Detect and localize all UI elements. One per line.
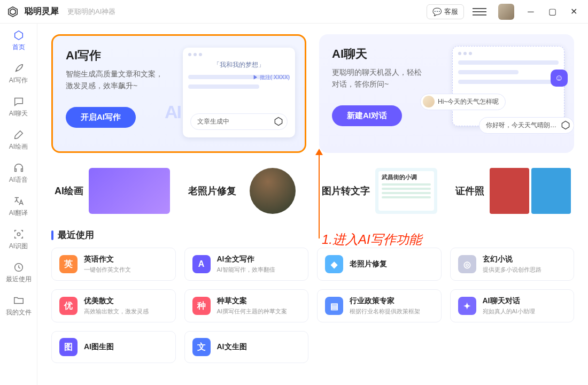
recent-item-sub: 宛如真人的AI小助理 [483, 307, 535, 315]
tile-title: 老照片修复 [188, 184, 236, 197]
feather-icon [12, 62, 25, 75]
sidebar-label: 最近使用 [6, 275, 32, 284]
customer-service-button[interactable]: 💬 客服 [427, 4, 464, 19]
sidebar-label: 首页 [12, 43, 25, 52]
main-content: AI写作 智能生成高质量文章和文案， 激发灵感，效率飙升~ 开启AI写作 AI … [37, 24, 588, 385]
recent-item[interactable]: 文 AI文生图 [184, 331, 309, 363]
preview-status: 文章生成中 [190, 113, 288, 130]
tile-idphoto[interactable]: 证件照 [452, 163, 574, 219]
sidebar-item-translate[interactable]: AI翻译 [0, 189, 37, 222]
sidebar-item-write[interactable]: AI写作 [0, 57, 37, 90]
close-button[interactable]: ✕ [566, 4, 582, 20]
tile-thumb [89, 168, 170, 214]
chat-preview: ☺ Hi~今天的天气怎样呢 你好呀，今天天气晴朗… [436, 46, 564, 136]
user-avatar[interactable] [498, 4, 514, 20]
minimize-button[interactable]: ─ [523, 4, 539, 20]
svg-marker-1 [10, 9, 16, 14]
svg-point-3 [17, 233, 20, 236]
app-logo [6, 5, 19, 18]
sidebar-label: AI聊天 [9, 109, 28, 118]
recent-item-sub: 一键创作英文作文 [84, 266, 131, 274]
tile-title: 证件照 [455, 184, 484, 197]
start-write-button[interactable]: 开启AI写作 [66, 107, 136, 128]
menu-button[interactable] [473, 5, 486, 19]
annotation-arrow-line [319, 153, 320, 238]
recent-item[interactable]: 种 种草文案 AI撰写任何主题的种草文案 [184, 289, 309, 322]
headphone-icon [12, 161, 25, 174]
sidebar-label: AI语音 [9, 175, 28, 184]
recent-item-title: AI文生图 [217, 342, 247, 352]
recent-item-icon: ▤ [325, 297, 343, 315]
recent-item[interactable]: ✦ AI聊天对话 宛如真人的AI小助理 [450, 289, 575, 322]
ai-watermark: AI [165, 102, 181, 122]
tile-title: 图片转文字 [322, 184, 370, 197]
sidebar-item-vision[interactable]: AI识图 [0, 222, 37, 256]
sidebar-item-files[interactable]: 我的文件 [0, 289, 37, 322]
recent-item-title: 优美散文 [84, 296, 149, 306]
folder-icon [12, 294, 25, 307]
recent-item[interactable]: 图 AI图生图 [51, 331, 176, 363]
recent-item[interactable]: A AI全文写作 AI智能写作，效率翻倍 [184, 248, 309, 281]
recent-item-title: AI全文写作 [217, 255, 275, 264]
recent-item-icon: ◎ [458, 255, 476, 273]
recent-item-icon: 英 [59, 255, 78, 273]
preview-doc-title: 「我和我的梦想」 [188, 60, 290, 70]
emoji-avatar-icon [423, 96, 435, 107]
recent-item-sub: 根据行业名称提供政策框架 [350, 307, 420, 315]
preview-ai-bubble: 你好呀，今天天气晴朗… [479, 117, 574, 134]
sidebar-label: 我的文件 [6, 308, 32, 317]
recent-item-title: 老照片修复 [350, 259, 387, 269]
write-preview: AI 「我和我的梦想」 ▶ 批注( XXXX) 文章生成中 [183, 48, 295, 137]
recent-item-icon: 种 [192, 297, 211, 315]
recent-item-icon: A [192, 255, 211, 273]
hero-card-write[interactable]: AI写作 智能生成高质量文章和文案， 激发灵感，效率飙升~ 开启AI写作 AI … [51, 34, 306, 153]
cs-label: 客服 [444, 7, 458, 17]
sidebar-item-recent[interactable]: 最近使用 [0, 256, 37, 289]
hero-card-chat[interactable]: AI聊天 更聪明的聊天机器人，轻松 对话，答你所问~ 新建AI对话 ☺ Hi~今… [319, 34, 574, 153]
titlebar: 聪明灵犀 更聪明的AI神器 💬 客服 ─ ▢ ✕ [0, 0, 588, 24]
recent-item[interactable]: ◆ 老照片修复 [317, 248, 442, 281]
hexagon-icon [12, 29, 25, 42]
svg-marker-2 [14, 30, 22, 40]
recent-item-icon: ◆ [325, 255, 343, 273]
hexagon-icon [273, 116, 284, 127]
sidebar-item-paint[interactable]: AI绘画 [0, 123, 37, 156]
svg-marker-6 [562, 121, 569, 129]
recent-item-icon: 图 [59, 338, 78, 356]
recent-item[interactable]: 英 英语作文 一键创作英文作文 [51, 248, 176, 281]
preview-note: ▶ 批注( XXXX) [253, 74, 290, 81]
tile-restore[interactable]: 老照片修复 [185, 163, 307, 219]
recent-item-sub: AI智能写作，效率翻倍 [217, 266, 275, 274]
hexagon-icon [560, 120, 571, 130]
recent-item-title: 种草文案 [217, 296, 287, 306]
tile-thumb [250, 168, 296, 214]
tile-paint[interactable]: AI绘画 [51, 163, 173, 219]
sidebar-label: AI翻译 [9, 209, 28, 218]
recent-item-sub: 提供更多小说创作思路 [483, 266, 541, 274]
recent-item[interactable]: 优 优美散文 高效输出散文，激发灵感 [51, 289, 176, 322]
new-chat-button[interactable]: 新建AI对话 [332, 105, 402, 126]
sidebar-label: AI写作 [9, 76, 28, 85]
recent-item-sub: 高效输出散文，激发灵感 [84, 307, 149, 315]
feature-tiles: AI绘画 老照片修复 图片转文字 武昌街的小调 证件照 [51, 163, 574, 219]
scan-icon [12, 228, 25, 241]
sidebar-item-home[interactable]: 首页 [0, 24, 37, 57]
recent-item-title: AI聊天对话 [483, 296, 535, 306]
sidebar: 首页 AI写作 AI聊天 AI绘画 AI语音 AI翻译 AI识图 最近使用 [0, 24, 37, 385]
recent-grid: 英 英语作文 一键创作英文作文 A AI全文写作 AI智能写作，效率翻倍 ◆ 老… [51, 248, 574, 363]
maximize-button[interactable]: ▢ [544, 4, 560, 20]
recent-item[interactable]: ▤ 行业政策专家 根据行业名称提供政策框架 [317, 289, 442, 322]
recent-item[interactable]: ◎ 玄幻小说 提供更多小说创作思路 [450, 248, 575, 281]
sidebar-item-chat[interactable]: AI聊天 [0, 90, 37, 123]
tile-thumb [490, 168, 571, 214]
section-header-recent: 最近使用 [51, 229, 574, 241]
tile-img2text[interactable]: 图片转文字 武昌街的小调 [319, 163, 440, 219]
recent-item-title: AI图生图 [84, 342, 114, 352]
preview-user-bubble: Hi~今天的天气怎样呢 [420, 94, 506, 110]
svg-marker-5 [275, 118, 282, 126]
sidebar-item-voice[interactable]: AI语音 [0, 156, 37, 189]
chat-fab-icon: ☺ [551, 70, 568, 87]
section-title: 最近使用 [58, 229, 94, 241]
app-title: 聪明灵犀 [25, 6, 59, 17]
recent-item-title: 玄幻小说 [483, 255, 541, 264]
